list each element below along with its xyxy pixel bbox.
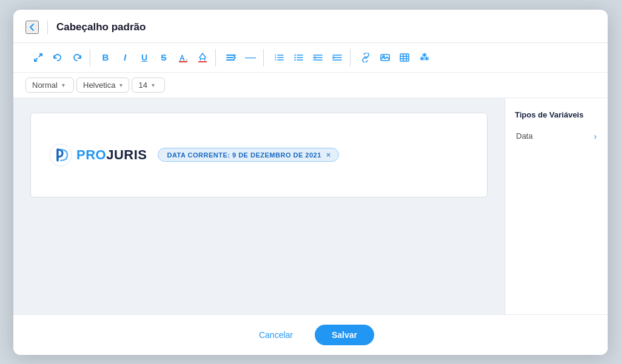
svg-line-6 [200, 59, 201, 61]
svg-point-21 [294, 54, 295, 55]
toolbar-group-list: 1. 2. 3. [266, 49, 351, 66]
link-button[interactable] [357, 49, 375, 66]
resize-icon[interactable] [29, 49, 47, 66]
style-label: Normal [32, 81, 58, 90]
logo-svg [49, 144, 72, 167]
strikethrough-button[interactable]: S [155, 49, 173, 66]
svg-rect-32 [400, 54, 409, 61]
toolbar: B I U S A [13, 43, 608, 73]
svg-line-7 [204, 59, 205, 61]
font-caret: ▾ [119, 82, 123, 88]
hrule-button[interactable]: — [241, 49, 260, 66]
toolbar-group-history [25, 49, 90, 66]
sidebar-item-label: Data [516, 131, 532, 141]
indent-increase-button[interactable] [328, 49, 346, 66]
editor-area: PROJURIS DATA CORRENTE: 9 DE DEZEMBRO DE… [13, 98, 505, 314]
variable-tag[interactable]: DATA CORRENTE: 9 DE DEZEMBRO DE 2021 × [158, 148, 338, 162]
back-button[interactable] [25, 21, 39, 34]
logo-area: PROJURIS [49, 144, 147, 167]
footer: Cancelar Salvar [13, 314, 608, 355]
modal-header: Cabeçalho padrão [13, 10, 608, 43]
logo-text: PROJURIS [76, 147, 147, 163]
sidebar-panel: Tipos de Variáveis Data › [505, 98, 608, 314]
page-title: Cabeçalho padrão [56, 21, 146, 33]
svg-point-37 [50, 144, 72, 166]
special-chars-button[interactable]: ⁂ [415, 49, 433, 66]
header-divider [47, 21, 48, 34]
modal-container: Cabeçalho padrão [13, 10, 608, 355]
indent-decrease-button[interactable] [309, 49, 327, 66]
save-button[interactable]: Salvar [315, 325, 374, 345]
font-select[interactable]: Helvetica ▾ [76, 78, 129, 93]
size-caret: ▾ [152, 82, 155, 88]
table-button[interactable] [395, 49, 414, 66]
logo-suffix: JURIS [106, 147, 147, 162]
format-bar: Normal ▾ Helvetica ▾ 14 ▾ [13, 73, 608, 98]
chevron-right-icon: › [594, 131, 597, 141]
variable-tag-text: DATA CORRENTE: 9 DE DEZEMBRO DE 2021 [167, 151, 321, 159]
ordered-list-button[interactable]: 1. 2. 3. [270, 49, 288, 66]
svg-point-22 [294, 56, 295, 58]
svg-marker-4 [186, 59, 187, 61]
main-area: PROJURIS DATA CORRENTE: 9 DE DEZEMBRO DE… [13, 98, 608, 314]
underline-button[interactable]: U [135, 49, 153, 66]
redo-icon[interactable] [68, 49, 86, 66]
svg-point-23 [294, 59, 295, 60]
undo-icon[interactable] [49, 49, 67, 66]
toolbar-group-insert: ⁂ [353, 49, 437, 66]
sidebar-item-data[interactable]: Data › [515, 128, 598, 145]
style-select[interactable]: Normal ▾ [25, 78, 74, 93]
toolbar-group-text-format: B I U S A [93, 49, 216, 66]
logo-prefix: PRO [76, 147, 106, 162]
text-color-button[interactable]: A [174, 49, 192, 66]
style-caret: ▾ [62, 82, 65, 88]
sidebar-title: Tipos de Variáveis [515, 110, 598, 119]
svg-text:3.: 3. [275, 58, 277, 61]
size-label: 14 [138, 81, 147, 90]
image-button[interactable] [376, 49, 394, 66]
size-select[interactable]: 14 ▾ [132, 78, 165, 93]
unordered-list-button[interactable] [289, 49, 307, 66]
bold-button[interactable]: B [96, 49, 115, 66]
align-button[interactable] [222, 49, 240, 66]
italic-button[interactable]: I [116, 49, 134, 66]
toolbar-group-align: — [218, 49, 264, 66]
highlight-button[interactable] [193, 49, 212, 66]
svg-marker-5 [200, 53, 206, 59]
font-label: Helvetica [83, 81, 115, 90]
cancel-button[interactable]: Cancelar [247, 325, 305, 345]
variable-tag-close[interactable]: × [326, 151, 331, 159]
editor-canvas[interactable]: PROJURIS DATA CORRENTE: 9 DE DEZEMBRO DE… [30, 113, 488, 197]
